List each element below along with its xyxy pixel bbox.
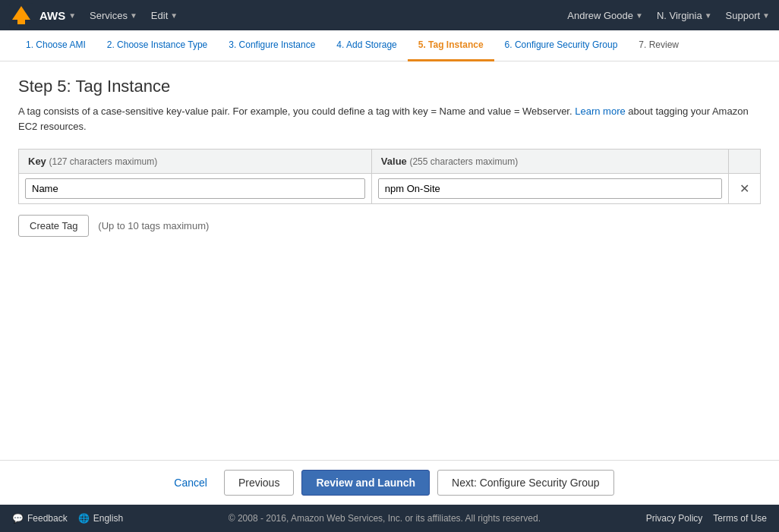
value-input[interactable] [378,178,722,199]
review-and-launch-button[interactable]: Review and Launch [301,470,430,496]
nav-services[interactable]: Services ▼ [90,10,137,21]
nav-right: Andrew Goode ▼ N. Virginia ▼ Support ▼ [567,10,770,21]
top-navigation: AWS ▼ Services ▼ Edit ▼ Andrew Goode ▼ N… [0,0,779,30]
value-cell [371,174,728,204]
feedback-link[interactable]: 💬 Feedback [12,513,68,524]
remove-tag-button[interactable]: ✕ [735,180,754,197]
page-description: A tag consists of a case-sensitive key-v… [18,104,761,134]
tab-instance-type[interactable]: 2. Choose Instance Type [96,30,219,61]
col-key-sub: (127 characters maximum) [49,156,157,167]
nav-brand-arrow: ▼ [68,11,76,20]
tab-configure-security[interactable]: 6. Configure Security Group [494,30,629,61]
nav-user-arrow: ▼ [636,11,643,20]
privacy-policy-link[interactable]: Privacy Policy [646,513,703,524]
tab-tag-instance[interactable]: 5. Tag Instance [408,30,494,61]
wizard-tabs: 1. Choose AMI 2. Choose Instance Type 3.… [0,30,779,61]
nav-region-arrow: ▼ [705,11,712,20]
next-configure-security-button[interactable]: Next: Configure Security Group [437,470,614,496]
footer-left: 💬 Feedback 🌐 English [12,513,123,524]
page-title: Step 5: Tag Instance [18,77,761,96]
nav-brand[interactable]: AWS ▼ [39,9,76,22]
learn-more-link[interactable]: Learn more [575,105,625,117]
create-tag-note: (Up to 10 tags maximum) [98,220,209,231]
tab-choose-ami[interactable]: 1. Choose AMI [15,30,96,61]
nav-edit[interactable]: Edit ▼ [151,10,178,21]
previous-button[interactable]: Previous [224,470,294,496]
nav-aws-label: AWS [39,9,65,22]
nav-support-arrow: ▼ [762,11,770,20]
nav-services-arrow: ▼ [130,11,137,20]
nav-support[interactable]: Support ▼ [726,10,770,21]
col-value-header: Value (255 characters maximum) [371,150,728,174]
tab-configure-instance[interactable]: 3. Configure Instance [218,30,326,61]
language-selector[interactable]: 🌐 English [78,513,123,524]
tab-add-storage[interactable]: 4. Add Storage [326,30,407,61]
col-actions-header [729,150,761,174]
create-tag-row: Create Tag (Up to 10 tags maximum) [18,215,761,237]
terms-of-use-link[interactable]: Terms of Use [713,513,767,524]
col-key-header: Key (127 characters maximum) [19,150,372,174]
table-row: ✕ [19,174,761,204]
nav-region[interactable]: N. Virginia ▼ [657,10,712,21]
tab-review[interactable]: 7. Review [628,30,689,61]
tag-table: Key (127 characters maximum) Value (255 … [18,149,761,204]
globe-icon: 🌐 [78,513,90,524]
create-tag-button[interactable]: Create Tag [18,215,89,237]
svg-rect-2 [17,20,25,24]
key-input[interactable] [25,178,365,199]
nav-user[interactable]: Andrew Goode ▼ [567,10,643,21]
aws-logo[interactable] [9,3,33,27]
cancel-button[interactable]: Cancel [165,472,216,493]
footer: 💬 Feedback 🌐 English © 2008 - 2016, Amaz… [0,505,779,532]
remove-cell: ✕ [729,174,761,204]
footer-copyright: © 2008 - 2016, Amazon Web Services, Inc.… [135,513,634,524]
main-content: Step 5: Tag Instance A tag consists of a… [0,61,779,460]
feedback-icon: 💬 [12,513,24,524]
nav-edit-arrow: ▼ [170,11,178,20]
col-value-sub: (255 characters maximum) [409,156,518,167]
bottom-action-bar: Cancel Previous Review and Launch Next: … [0,460,779,505]
key-cell [19,174,372,204]
footer-links: Privacy Policy Terms of Use [646,513,767,524]
